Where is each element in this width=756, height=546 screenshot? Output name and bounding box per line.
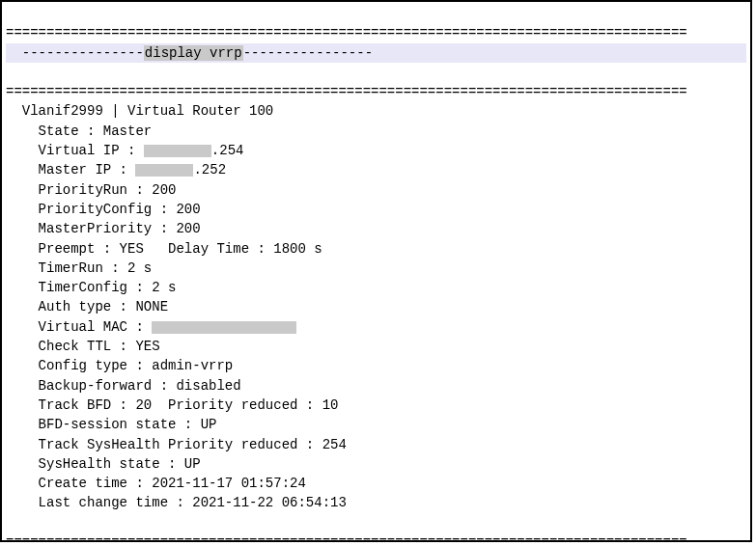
rule-after-cmd: ========================================… — [6, 84, 687, 99]
terminal-output: ========================================… — [6, 4, 746, 542]
cmd-pre-dash: --------------- — [6, 45, 144, 61]
field-virtual-mac: Virtual MAC : — [6, 319, 296, 335]
field-state: State : Master — [6, 123, 152, 139]
field-virtual-ip: Virtual IP : .254 — [6, 143, 243, 158]
virtual-mac-redacted — [152, 321, 296, 334]
mip-suffix: .252 — [193, 162, 226, 177]
vip-label: Virtual IP : — [6, 143, 144, 158]
vip-suffix: .254 — [211, 143, 244, 158]
virtual-ip-redacted — [144, 145, 211, 157]
rule-bottom: ========================================… — [6, 534, 687, 542]
field-backup-forward: Backup-forward : disabled — [6, 378, 241, 394]
command-line: ---------------display vrrp-------------… — [6, 43, 746, 63]
field-check-ttl: Check TTL : YES — [6, 339, 160, 354]
field-master-ip: Master IP : .252 — [6, 162, 226, 177]
field-track-bfd: Track BFD : 20 Priority reduced : 10 — [6, 397, 338, 413]
master-ip-redacted — [135, 164, 193, 177]
vmac-label: Virtual MAC : — [6, 319, 152, 335]
field-preempt: Preempt : YES Delay Time : 1800 s — [6, 241, 322, 257]
field-bfd-state: BFD-session state : UP — [6, 417, 216, 432]
field-last-change-time: Last change time : 2021-11-22 06:54:13 — [6, 495, 347, 510]
field-master-priority: MasterPriority : 200 — [6, 221, 201, 236]
field-priority-config: PriorityConfig : 200 — [6, 202, 201, 217]
field-auth-type: Auth type : NONE — [6, 299, 168, 314]
field-timer-run: TimerRun : 2 s — [6, 260, 152, 276]
field-priority-run: PriorityRun : 200 — [6, 182, 176, 198]
field-syshealth-state: SysHealth state : UP — [6, 456, 201, 472]
terminal-window: ========================================… — [0, 0, 752, 542]
field-timer-config: TimerConfig : 2 s — [6, 280, 176, 295]
vrrp-header: Vlanif2999 | Virtual Router 100 — [6, 103, 273, 119]
field-create-time: Create time : 2021-11-17 01:57:24 — [6, 476, 306, 491]
field-config-type: Config type : admin-vrrp — [6, 358, 233, 373]
command: display vrrp — [144, 45, 243, 61]
cmd-post-dash: ---------------- — [243, 45, 373, 61]
mip-label: Master IP : — [6, 162, 135, 177]
rule-top: ========================================… — [6, 25, 687, 41]
field-track-syshealth: Track SysHealth Priority reduced : 254 — [6, 437, 347, 452]
